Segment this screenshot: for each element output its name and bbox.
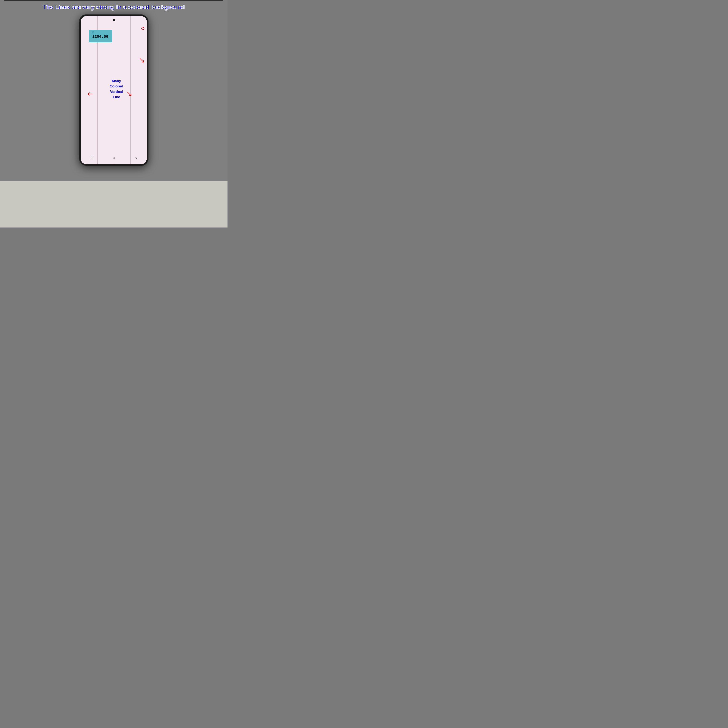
red-circle-indicator [141, 27, 144, 30]
arrow-top-right [139, 58, 145, 64]
svg-line-2 [127, 92, 131, 96]
arrow-center-right [126, 91, 132, 98]
camera [113, 19, 115, 21]
vertical-line-3 [130, 16, 131, 164]
svg-line-0 [140, 58, 144, 62]
annotation-text: Many Colored Vertical Line [110, 78, 123, 100]
page-title: The Lines are very strong in a colored b… [43, 4, 185, 11]
phone-top-bar [4, 0, 223, 1]
phone-body: 1204.56 Many Colored Vertical Line [79, 14, 148, 166]
phone-screen: 1204.56 Many Colored Vertical Line [81, 16, 147, 164]
nav-bar: ||| ○ < [81, 154, 147, 162]
price-tag-sticker: 1204.56 [89, 30, 112, 42]
nav-back[interactable]: < [135, 156, 137, 160]
floor [0, 181, 228, 228]
nav-home[interactable]: ○ [113, 156, 115, 160]
price-tag-text: 1204.56 [92, 35, 108, 39]
nav-recent[interactable]: ||| [90, 156, 93, 160]
arrow-center-left [87, 91, 93, 98]
